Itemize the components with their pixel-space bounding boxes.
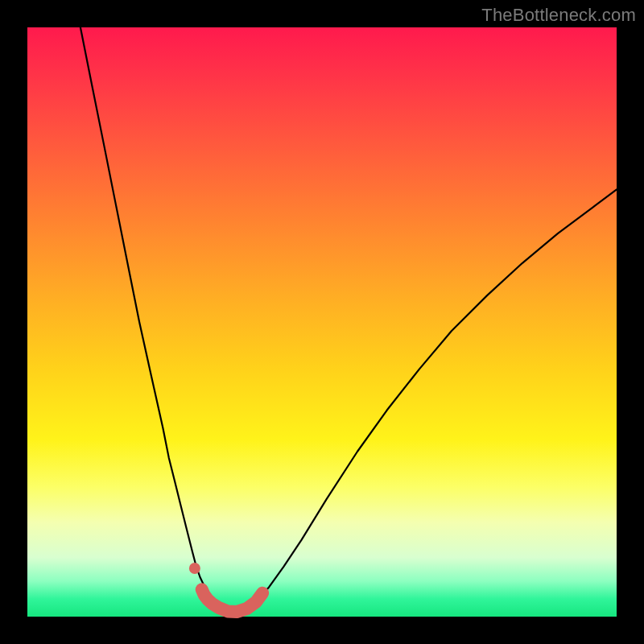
watermark-text: TheBottleneck.com — [481, 5, 636, 26]
highlight-band — [202, 589, 262, 612]
curves-svg — [27, 27, 617, 617]
highlight-dot — [189, 563, 200, 574]
left-curve — [80, 27, 237, 613]
chart-frame: TheBottleneck.com — [0, 0, 644, 644]
plot-area — [27, 27, 617, 617]
right-curve — [237, 189, 617, 613]
